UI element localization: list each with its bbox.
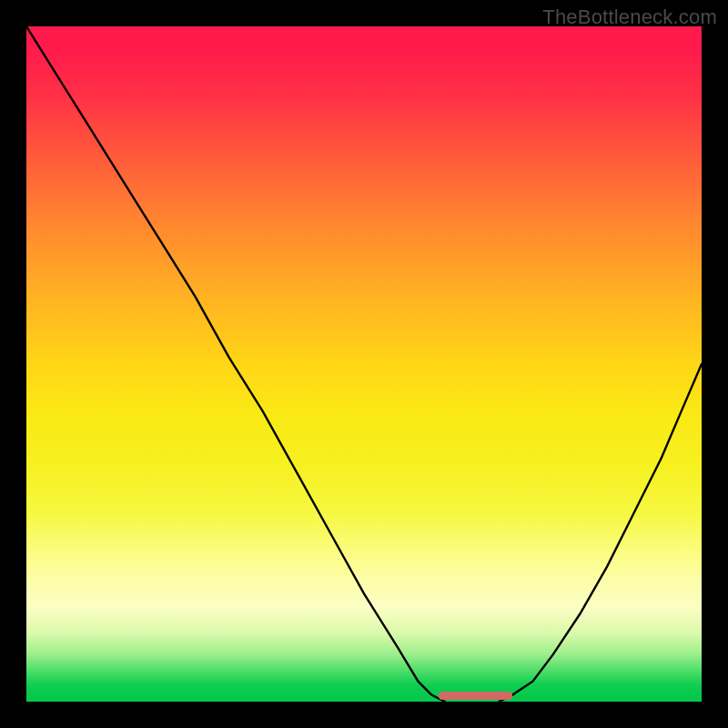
curve-svg — [26, 26, 702, 702]
plot-area — [26, 26, 702, 702]
curve-left-path — [26, 26, 445, 702]
valley-flat-band — [439, 692, 513, 700]
curve-right-path — [499, 364, 702, 702]
chart-canvas: TheBottleneck.com — [0, 0, 728, 728]
